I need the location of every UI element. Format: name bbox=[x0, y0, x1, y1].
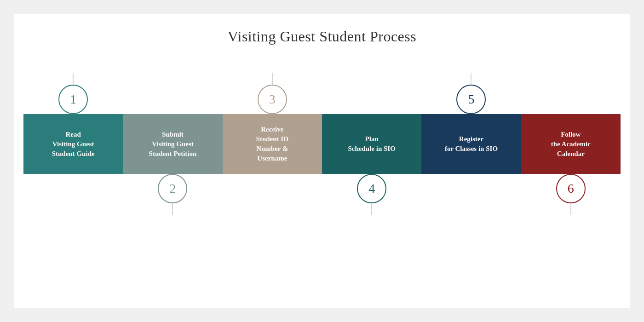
step-1-label: ReadVisiting GuestStudent Guide bbox=[52, 130, 95, 159]
circle-slot-5: 5 bbox=[421, 73, 521, 114]
step-number-2: 2 bbox=[158, 174, 187, 203]
step-3-label: ReceiveStudent IDNumber &Username bbox=[256, 125, 288, 163]
circle-slot-3: 3 bbox=[223, 73, 322, 114]
step-number-1: 1 bbox=[58, 85, 88, 114]
step-4: PlanSchedule in SIO bbox=[322, 114, 421, 174]
top-circles-row: 1 3 5 bbox=[23, 73, 621, 114]
step-2-label: SubmitVisiting GuestStudent Petition bbox=[149, 130, 197, 159]
step-2: SubmitVisiting GuestStudent Petition bbox=[123, 114, 222, 174]
step-1: ReadVisiting GuestStudent Guide bbox=[23, 114, 123, 174]
page-title: Visiting Guest Student Process bbox=[228, 28, 416, 45]
process-container: 1 3 5 ReadVisiting GuestStudent Guide bbox=[23, 73, 621, 215]
step-3: ReceiveStudent IDNumber &Username bbox=[223, 114, 322, 174]
step-number-5: 5 bbox=[456, 85, 486, 114]
circle-slot-4: 4 bbox=[322, 174, 421, 215]
circle-slot-1: 1 bbox=[23, 73, 123, 114]
step-number-6: 6 bbox=[556, 174, 586, 203]
bar-row: ReadVisiting GuestStudent Guide SubmitVi… bbox=[23, 114, 621, 174]
circle-slot-2: 2 bbox=[123, 174, 222, 215]
circle-slot-6: 6 bbox=[521, 174, 621, 215]
step-5-label: Registerfor Classes in SIO bbox=[445, 134, 498, 154]
main-card: Visiting Guest Student Process 1 3 5 bbox=[14, 14, 630, 308]
bottom-circles-row: 2 4 6 bbox=[23, 174, 621, 215]
step-number-3: 3 bbox=[258, 85, 287, 114]
step-6-label: Followthe AcademicCalendar bbox=[551, 130, 591, 159]
step-5: Registerfor Classes in SIO bbox=[421, 114, 521, 174]
step-number-4: 4 bbox=[357, 174, 386, 203]
step-6: Followthe AcademicCalendar bbox=[521, 114, 621, 174]
step-4-label: PlanSchedule in SIO bbox=[348, 134, 395, 154]
